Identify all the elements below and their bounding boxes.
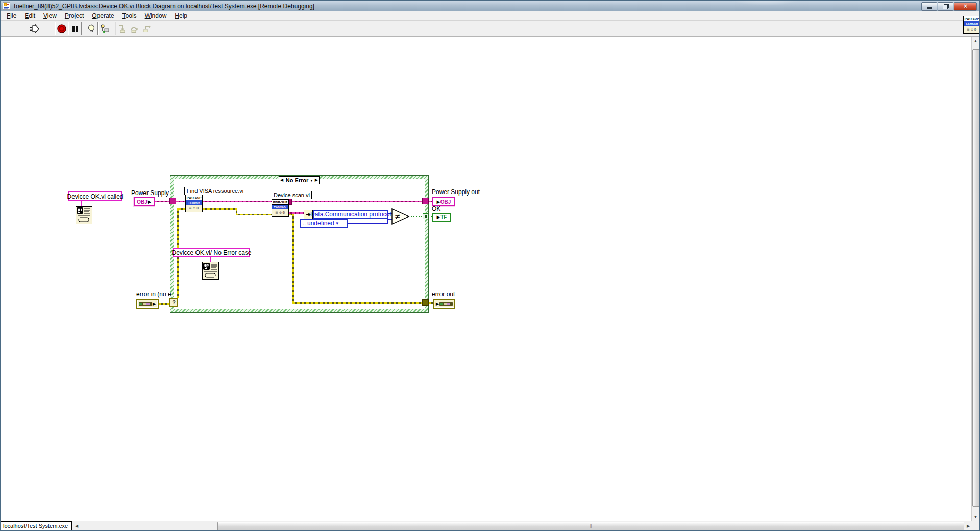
cluster-str <box>146 303 150 305</box>
cluster-bool <box>440 303 443 305</box>
power-supply-out-label[interactable]: Power Supply out <box>432 188 480 196</box>
scroll-left-icon[interactable]: ◀ <box>72 521 81 530</box>
vi-icon-band1: PWR-SUP <box>272 200 288 205</box>
case-selector-label[interactable]: No Error <box>284 177 310 183</box>
comment-vi-icon[interactable] <box>76 206 92 224</box>
error-wire[interactable] <box>203 208 237 210</box>
enum-wire[interactable] <box>348 223 388 224</box>
obj-text: OBJ <box>440 199 451 205</box>
close-icon: × <box>964 3 967 10</box>
vi-icon-band1: PWR-SUP <box>964 16 980 21</box>
step-out-icon <box>142 25 151 33</box>
menu-file[interactable]: File <box>3 12 20 20</box>
case-selector[interactable]: ◀ No Error ▼ ▶ <box>279 176 320 184</box>
block-diagram-canvas[interactable]: ◀ No Error ▼ ▶ <box>1 37 972 521</box>
scroll-down-icon[interactable]: ▼ <box>972 513 979 521</box>
class-wire[interactable] <box>176 201 185 202</box>
enum-constant[interactable]: ↔ undefined ▼ <box>300 219 348 228</box>
enum-dropdown-icon[interactable]: ▼ <box>335 221 339 226</box>
find-visa-vi[interactable]: PWR-SUP Toellner ≣ ⊙⚙ <box>185 195 203 212</box>
error-wire[interactable] <box>236 214 272 215</box>
find-visa-label[interactable]: Find VISA ressource.vi <box>184 187 246 195</box>
boolean-wire[interactable] <box>408 216 423 217</box>
case-prev-icon[interactable]: ◀ <box>279 177 284 184</box>
restore-button[interactable] <box>938 2 953 11</box>
error-in-terminal[interactable]: ▶ <box>136 299 159 309</box>
thumb-grip-icon: ‖ <box>590 524 593 529</box>
title-bar[interactable]: Toellner_89(8)52_GPIB.lvclass:Device OK.… <box>1 1 979 12</box>
tunnel-dot <box>425 215 427 218</box>
case-next-icon[interactable]: ▶ <box>314 177 319 184</box>
error-out-label[interactable]: error out <box>432 291 455 298</box>
menu-tools[interactable]: Tools <box>118 12 141 20</box>
error-in-label[interactable]: error in (no e <box>136 291 172 298</box>
pause-icon <box>71 25 79 32</box>
enum-value[interactable]: undefined <box>307 220 334 227</box>
highlight-execution-button[interactable] <box>85 22 98 35</box>
error-out-terminal[interactable]: ▶ <box>433 299 455 309</box>
vi-icon-glyphs: ≣ ⊙⚙ <box>186 205 202 212</box>
scroll-up-icon[interactable]: ▲ <box>972 37 979 45</box>
device-scan-label[interactable]: Device scan.vi <box>272 191 312 199</box>
run-button[interactable] <box>29 22 41 35</box>
retain-wire-values-button[interactable] <box>98 22 111 35</box>
error-wire[interactable] <box>178 208 185 210</box>
vertical-scrollbar[interactable]: ▲ ▼ <box>971 37 979 521</box>
property-node-item[interactable]: Data.Communication protocol <box>313 210 388 219</box>
class-wire[interactable] <box>203 201 423 202</box>
tunnel-class-in[interactable] <box>169 198 176 204</box>
pause-button[interactable] <box>68 22 82 35</box>
execution-context-selector[interactable]: localhost/Test System.exe <box>1 521 72 530</box>
enum-arrows-icon[interactable]: ↔ <box>302 221 306 226</box>
tunnel-boolean-out[interactable] <box>423 213 428 219</box>
class-wire[interactable] <box>155 201 171 202</box>
ok-terminal[interactable]: ▶ TF <box>432 213 451 222</box>
arrow-in-icon: ▶ <box>437 200 440 204</box>
step-out-button[interactable] <box>140 22 153 35</box>
vi-icon-glyphs: ≣ ⊙⚙ <box>964 26 980 33</box>
arrow-in-icon: ▶ <box>436 302 439 306</box>
step-into-button[interactable] <box>116 22 128 35</box>
device-scan-vi[interactable]: PWR-SUP T&8ff&8r ≣ ⊙⚙ <box>272 199 289 217</box>
abort-icon <box>57 24 66 33</box>
menu-help[interactable]: Help <box>170 12 191 20</box>
comment-label-device-ok-called[interactable]: Devicce OK.vi called <box>68 191 122 201</box>
error-cluster-glyph <box>439 302 453 306</box>
error-wire[interactable] <box>292 302 422 304</box>
abort-button[interactable] <box>55 22 68 35</box>
comment-vi-icon[interactable] <box>202 262 219 280</box>
menu-edit[interactable]: Edit <box>20 12 39 20</box>
vi-icon-band2: T&8ff&8r <box>272 205 288 209</box>
case-dropdown-icon[interactable]: ▼ <box>310 179 314 182</box>
close-button[interactable]: × <box>954 2 977 11</box>
vertical-scrollbar-thumb[interactable] <box>972 49 980 507</box>
comment-label-no-error-case[interactable]: Devicce OK.vi/ No Error case <box>173 248 250 257</box>
lightbulb-icon <box>87 24 95 33</box>
step-over-icon <box>130 25 139 33</box>
step-over-button[interactable] <box>128 22 140 35</box>
current-vi-icon[interactable]: PWR-SUP T&8ff&8r ≣ ⊙⚙ <box>963 16 980 34</box>
minimize-button[interactable] <box>921 2 937 11</box>
labview-vi-icon[interactable] <box>3 2 10 10</box>
error-wire[interactable] <box>292 214 294 304</box>
tunnel-error-out[interactable] <box>422 299 429 306</box>
comment-vi-glyph <box>203 262 218 279</box>
minimize-icon <box>927 7 932 9</box>
labview-window: Toellner_89(8)52_GPIB.lvclass:Device OK.… <box>0 0 980 531</box>
error-wire[interactable] <box>158 303 170 305</box>
menu-window[interactable]: Window <box>141 12 171 20</box>
not-equal-node[interactable]: ≠ <box>391 208 410 225</box>
menu-project[interactable]: Project <box>61 12 88 20</box>
menu-operate[interactable]: Operate <box>88 12 118 20</box>
arrow-out-icon: ▶ <box>148 200 151 204</box>
ok-label[interactable]: OK <box>432 205 440 212</box>
tunnel-class-out[interactable] <box>422 198 429 204</box>
menu-view[interactable]: View <box>39 12 61 20</box>
power-supply-terminal[interactable]: OBJ ▶ <box>134 197 155 206</box>
tf-text: TF <box>440 214 447 220</box>
vi-icon-glyphs: ≣ ⊙⚙ <box>272 209 288 216</box>
arrow-out-icon: ▶ <box>153 302 156 306</box>
power-supply-label[interactable]: Power Supply <box>131 189 169 197</box>
scrollbar-corner <box>971 521 979 530</box>
case-selector-terminal[interactable]: ? <box>169 298 178 307</box>
